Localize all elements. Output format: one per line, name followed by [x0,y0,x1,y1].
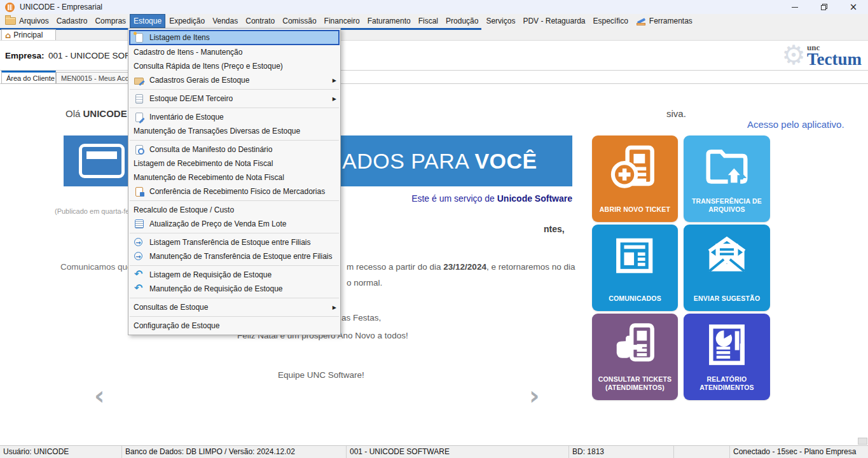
menu-item-label: Recalculo de Estoque / Custo [134,205,336,214]
menu-item-label: Listagem de Itens [149,33,334,42]
menu-item-label: Consulta de Manifesto do Destinário [149,145,336,154]
report-icon [702,320,752,370]
company-label: Empresa: [5,51,45,60]
statusbar-section: Usuário: UNICODE [0,446,122,458]
estoque-menu-item[interactable]: Consulta Rápida de Itens (Preço e Estoqu… [128,59,340,73]
client-tab[interactable]: Área do Cliente [1,71,56,84]
menubar-item[interactable]: Serviços [482,14,519,28]
menubar-item[interactable]: Produção [442,14,482,28]
estoque-menu-item[interactable]: Configuração de Estoque ▶ [128,319,340,333]
menu-separator [130,298,339,298]
menubar-item[interactable]: Contrato [242,14,279,28]
announcement-text-fragment: m recesso a partir do dia 23/12/2024, e … [347,262,575,272]
estoque-menu-item[interactable]: Listagem de Itens ▶ [129,30,340,45]
menubar-item-icon [5,17,16,25]
statusbar-text: Conectado - 15sec - Plano Empresa [733,447,856,456]
tile-transferencia-arquivos[interactable]: TRANSFERÊNCIA DE ARQUIVOS [684,135,770,222]
statusbar-text: 001 - UNICODE SOFTWARE [350,447,450,456]
menubar-item-label: Serviços [486,17,515,25]
estoque-menu-item[interactable]: Manutenção de Transferência de Estoque e… [128,249,340,263]
menu-item-icon [134,284,145,294]
menubar-item[interactable]: Financeiro [320,14,364,28]
client-tab-label: Área do Cliente [6,74,55,82]
statusbar: Usuário: UNICODE Banco de Dados: DB LIMP… [0,445,868,458]
resize-grip[interactable] [858,438,867,445]
menu-item-icon [134,237,145,247]
menu-item-label: Atualização de Preço de Venda Em Lote [149,219,336,228]
portal-tile-grid: ABRIR NOVO TICKET TRANSFERÊNCIA DE ARQUI… [592,135,770,400]
menubar-item[interactable]: Arquivos [1,14,53,28]
statusbar-text: BD: 1813 [572,447,604,456]
menubar-item[interactable]: Comissão [279,14,320,28]
announcement-text-fragment: o normal. [347,278,382,288]
estoque-menu-item[interactable]: Consultas de Estoque ▶ [128,300,340,314]
submenu-arrow-icon: ▶ [333,96,336,102]
tile-label: ENVIAR SUGESTÃO [687,295,766,303]
tile-comunicados[interactable]: COMUNICADOS [592,225,678,311]
menu-item-icon [134,94,145,104]
menu-item-icon [134,270,145,280]
menubar-item[interactable]: PDV - Retaguarda [519,14,589,28]
carousel-prev-icon[interactable]: ‹ [94,384,104,407]
menu-item-label: Configuração de Estoque [134,321,336,330]
menu-item-label: Manutenção de Transações Diversas de Est… [134,127,336,135]
tab-principal[interactable]: ⌂ Principal [1,29,56,40]
file-transfer-icon [702,142,752,191]
statusbar-section: Conectado - 15sec - Plano Empresa [730,446,868,458]
menubar-item[interactable]: Específico [589,14,631,28]
estoque-menu-item[interactable]: Manutenção de Requisição de Estoque ▶ [128,282,340,296]
menu-item-label: Listagem Transferência de Estoque entre … [149,238,336,247]
window-title: UNICODE - Empresarial [20,3,102,11]
menubar-item-label: Cadastro [57,17,88,25]
menubar-item[interactable]: Cadastro [53,14,92,28]
estoque-menu-item[interactable]: Atualização de Preço de Venda Em Lote ▶ [128,217,340,231]
menu-item-label: Consulta Rápida de Itens (Preço e Estoqu… [134,62,336,71]
tile-relatorio-atendimentos[interactable]: RELATÓRIO ATENDIMENTOS [684,314,770,400]
menubar-item-label: Comissão [282,17,316,25]
gear-icon: ⚙ [782,42,806,69]
salutation-fragment: ntes, [544,224,565,234]
menubar: Arquivos Cadastro Compras Estoque Expedi… [0,14,868,28]
estoque-menu-item[interactable]: Cadastro de Itens - Manutenção ▶ [128,45,340,59]
estoque-menu-item[interactable]: Inventário de Estoque ▶ [128,110,340,124]
logo-name-text: Tectum [807,52,862,67]
estoque-menu-item[interactable]: Manutenção de Recebimento de Nota Fiscal… [128,170,340,184]
tile-abrir-novo-ticket[interactable]: ABRIR NOVO TICKET [592,135,678,222]
menubar-item[interactable]: Faturamento [364,14,415,28]
restore-icon[interactable] [809,0,839,14]
menubar-item-label: PDV - Retaguarda [523,17,585,25]
app-icon [5,3,15,12]
estoque-menu-item[interactable]: Cadastros Gerais de Estoque ▶ [128,73,340,87]
menubar-item-label: Específico [593,17,628,25]
estoque-menu-item[interactable]: Estoque DE/EM Terceiro ▶ [128,92,340,106]
estoque-menu-item[interactable]: Consulta de Manifesto do Destinário ▶ [128,142,340,156]
estoque-menu-item[interactable]: Conferência de Recebimento Fisico de Mer… [128,184,340,198]
close-icon[interactable]: × [839,0,868,14]
menubar-item[interactable]: Expedição [165,14,209,28]
menu-item-label: Listagem de Recebimento de Nota Fiscal [134,159,336,168]
estoque-menu-item[interactable]: Listagem de Recebimento de Nota Fiscal ▶ [128,156,340,170]
tectum-logo: ⚙ unc Tectum [782,42,862,69]
menubar-item[interactable]: Fiscal [415,14,442,28]
statusbar-text: Usuário: UNICODE [3,447,69,456]
client-tab[interactable]: MEN0015 - Meus Acon [56,72,129,84]
menubar-item-label: Contrato [245,17,275,25]
estoque-menu-item[interactable]: Recalculo de Estoque / Custo ▶ [128,203,340,217]
estoque-menu-item[interactable]: Manutenção de Transações Diversas de Est… [128,124,340,138]
menubar-item[interactable]: Compras [91,14,130,28]
hand-ticket-icon [610,320,660,370]
carousel-next-icon[interactable]: › [529,384,539,407]
menu-separator [130,200,339,201]
estoque-menu-item[interactable]: Listagem Transferência de Estoque entre … [128,235,340,249]
tile-consultar-tickets[interactable]: CONSULTAR TICKETS (ATENDIMENTOS) [592,314,678,400]
menubar-item[interactable]: Vendas [209,14,242,28]
menubar-item[interactable]: Estoque [130,14,165,28]
menubar-item[interactable]: Ferramentas [632,14,696,28]
app-access-link[interactable]: Acesso pelo aplicativo. [747,119,844,130]
tile-enviar-sugestao[interactable]: ENVIAR SUGESTÃO [684,225,770,311]
menu-item-label: Consultas de Estoque [134,303,330,312]
estoque-menu-item[interactable]: Listagem de Requisição de Estoque ▶ [128,268,340,282]
menu-item-label: Inventário de Estoque [149,113,336,121]
minimize-icon[interactable] [780,0,809,14]
statusbar-section: BD: 1813 [569,446,674,458]
